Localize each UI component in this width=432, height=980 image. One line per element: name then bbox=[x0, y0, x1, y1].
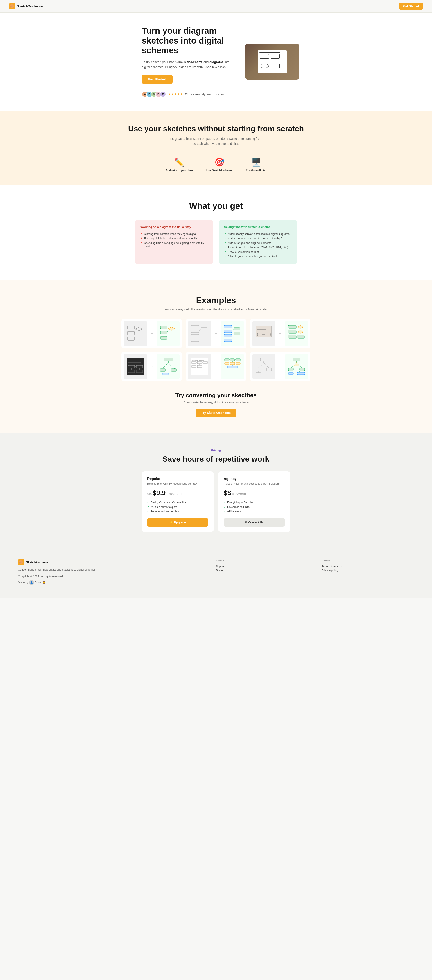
regular-feature: ✓Multiple format export bbox=[147, 505, 208, 509]
svg-rect-32 bbox=[234, 332, 240, 335]
what-title: What you get bbox=[9, 201, 423, 211]
good-item: ✓Draw.io compatible format bbox=[224, 250, 292, 254]
try-heading: Try converting your skecthes bbox=[9, 392, 423, 399]
digital-preview-4 bbox=[156, 354, 180, 379]
bad-card: Working on a diagram the usual way ✗Star… bbox=[135, 220, 213, 264]
check-icon: ✓ bbox=[224, 255, 226, 258]
social-proof-text: 22 users already saved their time bbox=[185, 92, 225, 96]
footer-support-link[interactable]: Support bbox=[216, 565, 308, 569]
footer-grid: 🎨 Sketch2scheme Convert hand-drawn flow … bbox=[18, 559, 414, 585]
regular-price-old: $15 bbox=[147, 493, 151, 496]
upgrade-button[interactable]: ⚡ Upgrade bbox=[147, 518, 208, 527]
svg-rect-48 bbox=[297, 335, 304, 338]
brainstorm-icon: ✏️ bbox=[166, 158, 193, 167]
svg-line-4 bbox=[134, 329, 135, 333]
svg-rect-0 bbox=[128, 326, 134, 329]
agency-price-period: USD/MONTH bbox=[232, 493, 247, 495]
hero-cta-button[interactable]: Get Started bbox=[142, 75, 172, 84]
svg-marker-64 bbox=[165, 363, 171, 366]
svg-rect-68 bbox=[171, 369, 177, 371]
digital-preview-2 bbox=[221, 321, 244, 346]
svg-rect-69 bbox=[163, 373, 168, 375]
agency-plan-name: Agency bbox=[224, 477, 285, 481]
svg-marker-97 bbox=[261, 363, 266, 366]
svg-rect-34 bbox=[256, 326, 272, 337]
svg-line-99 bbox=[266, 366, 269, 368]
agency-plan-desc: Raised limits for and access to our API … bbox=[224, 482, 285, 485]
hero-content: Turn your diagram sketches into digital … bbox=[115, 13, 317, 111]
svg-rect-114 bbox=[297, 372, 305, 375]
author-name: Denis 🦁 bbox=[35, 581, 46, 584]
author-avatar: 👤 bbox=[29, 580, 34, 585]
svg-rect-87 bbox=[225, 363, 229, 365]
svg-rect-101 bbox=[267, 368, 272, 371]
digital-preview-1 bbox=[156, 321, 180, 346]
regular-plan-card: Regular Regular plan with 10 recognition… bbox=[142, 471, 214, 532]
digital-icon: 🖥️ bbox=[246, 158, 266, 167]
examples-title: Examples bbox=[9, 296, 423, 305]
svg-rect-82 bbox=[225, 359, 229, 361]
svg-line-108 bbox=[299, 366, 302, 368]
svg-line-65 bbox=[162, 366, 165, 369]
try-cta-button[interactable]: Try Sketch2scheme bbox=[196, 409, 237, 417]
check-icon: ✓ bbox=[224, 246, 226, 249]
svg-rect-47 bbox=[288, 335, 297, 338]
footer-pricing-link[interactable]: Pricing bbox=[216, 569, 308, 573]
svg-marker-3 bbox=[135, 327, 142, 331]
svg-text:DESIGN PROCESS: DESIGN PROCESS bbox=[192, 360, 204, 361]
footer-terms-link[interactable]: Terms of services bbox=[322, 565, 414, 569]
svg-marker-44 bbox=[298, 330, 303, 333]
steps-row: ✏️ Brainstorm your flow → 🎯 Use Sketch2s… bbox=[9, 158, 423, 172]
hero-title: Turn your diagram sketches into digital … bbox=[142, 26, 232, 56]
nav-cta-button[interactable]: Get Started bbox=[399, 3, 423, 10]
sketch-preview-1 bbox=[124, 321, 147, 346]
check-icon: ✓ bbox=[224, 505, 226, 509]
svg-rect-5 bbox=[128, 337, 134, 340]
svg-rect-27 bbox=[224, 339, 232, 342]
svg-rect-1 bbox=[128, 331, 134, 335]
good-item: ✓Nodes, connections, and text recognitio… bbox=[224, 236, 292, 241]
example-card-4: → bbox=[121, 352, 182, 381]
agency-feature: ✓Raised or no limits bbox=[224, 505, 285, 509]
features-subtitle: It's great to brainstorm on paper, but d… bbox=[169, 136, 263, 146]
svg-rect-16 bbox=[191, 334, 199, 337]
contact-button[interactable]: ✉ Contact Us bbox=[224, 518, 285, 527]
regular-price-period: USD/MONTH bbox=[166, 493, 182, 495]
svg-rect-14 bbox=[191, 325, 199, 328]
example-card-3: → bbox=[250, 319, 311, 348]
svg-rect-109 bbox=[289, 368, 293, 371]
svg-line-98 bbox=[258, 366, 261, 368]
svg-rect-26 bbox=[224, 334, 232, 337]
example-card-1: → bbox=[121, 319, 182, 348]
footer-links-col: LINKS Support Pricing bbox=[216, 559, 308, 585]
svg-marker-106 bbox=[294, 363, 299, 366]
svg-line-33 bbox=[232, 329, 234, 331]
footer-privacy-link[interactable]: Privacy policy bbox=[322, 569, 414, 573]
svg-rect-103 bbox=[256, 372, 261, 375]
agency-features-list: ✓Everything in Regular ✓Raised or no lim… bbox=[224, 500, 285, 514]
pricing-label: Pricing bbox=[9, 449, 423, 452]
logo-icon: 🎨 bbox=[9, 3, 15, 10]
step-brainstorm: ✏️ Brainstorm your flow bbox=[166, 158, 193, 172]
svg-rect-95 bbox=[260, 358, 267, 361]
check-icon: ✓ bbox=[224, 232, 226, 235]
pricing-title: Save hours of repetitive work bbox=[9, 455, 423, 463]
good-item: ✓Export to multiple file types (PNG, SVG… bbox=[224, 245, 292, 250]
svg-rect-25 bbox=[224, 330, 232, 332]
social-proof: A B C D E ★★★★★ 22 users already saved t… bbox=[142, 91, 232, 97]
svg-rect-42 bbox=[288, 330, 297, 333]
step-use-sketch: 🎯 Use Sketch2scheme bbox=[206, 158, 233, 172]
svg-rect-104 bbox=[293, 358, 300, 361]
svg-rect-93 bbox=[228, 366, 238, 368]
svg-marker-43 bbox=[298, 325, 303, 328]
good-item: ✓Auto-arranged and aligned elements bbox=[224, 241, 292, 245]
pricing-section: Pricing Save hours of repetitive work Re… bbox=[0, 433, 432, 548]
svg-marker-10 bbox=[168, 327, 175, 331]
use-sketch-icon: 🎯 bbox=[206, 158, 233, 167]
digital-preview-3 bbox=[285, 321, 308, 346]
svg-rect-8 bbox=[160, 331, 167, 334]
agency-feature: ✓Everything in Regular bbox=[224, 500, 285, 505]
comparison-row: Working on a diagram the usual way ✗Star… bbox=[135, 220, 297, 264]
regular-plan-desc: Regular plan with 10 recognitions per da… bbox=[147, 482, 208, 485]
svg-rect-17 bbox=[191, 339, 199, 342]
